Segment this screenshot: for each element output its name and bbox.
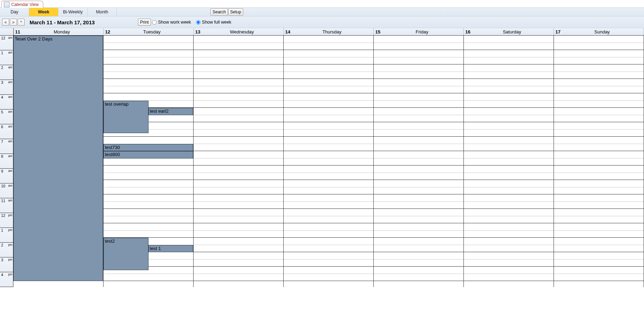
day-header[interactable]: 14Thursday <box>284 28 374 35</box>
time-slot[interactable] <box>554 231 644 238</box>
time-slot[interactable] <box>464 86 554 94</box>
time-slot[interactable] <box>103 166 193 173</box>
time-slot[interactable] <box>284 223 373 231</box>
time-slot[interactable] <box>284 86 373 94</box>
time-slot[interactable] <box>554 166 644 173</box>
calendar-event[interactable]: test 1 <box>149 245 194 253</box>
time-slot[interactable] <box>464 43 554 50</box>
time-slot[interactable] <box>194 64 283 72</box>
time-slot[interactable] <box>464 50 554 57</box>
time-slot[interactable] <box>284 79 373 86</box>
time-slot[interactable] <box>374 238 463 245</box>
time-slot[interactable] <box>103 194 193 202</box>
time-slot[interactable] <box>194 173 283 180</box>
calendar-event[interactable]: test earl2 <box>149 108 194 115</box>
time-slot[interactable] <box>194 144 283 151</box>
time-slot[interactable] <box>464 115 554 123</box>
time-slot[interactable] <box>374 202 463 209</box>
time-slot[interactable] <box>374 151 463 158</box>
time-slot[interactable] <box>194 93 283 101</box>
time-slot[interactable] <box>284 93 373 101</box>
time-slot[interactable] <box>194 267 283 274</box>
time-slot[interactable] <box>284 238 373 245</box>
time-slot[interactable] <box>554 194 644 202</box>
time-slot[interactable] <box>284 260 373 267</box>
day-header[interactable]: 15Friday <box>374 28 464 35</box>
time-slot[interactable] <box>554 130 644 137</box>
time-slot[interactable] <box>374 158 463 166</box>
time-slot[interactable] <box>284 231 373 238</box>
time-slot[interactable] <box>374 72 463 79</box>
time-slot[interactable] <box>464 252 554 260</box>
time-slot[interactable] <box>103 223 193 231</box>
time-slot[interactable] <box>374 252 463 260</box>
calendar-event[interactable]: test730 <box>103 144 193 151</box>
time-slot[interactable] <box>464 260 554 267</box>
time-slot[interactable] <box>464 267 554 274</box>
time-slot[interactable] <box>103 79 193 86</box>
time-slot[interactable] <box>554 209 644 216</box>
time-slot[interactable] <box>554 108 644 115</box>
time-slot[interactable] <box>374 115 463 123</box>
time-slot[interactable] <box>554 115 644 123</box>
time-slot[interactable] <box>554 180 644 187</box>
time-slot[interactable] <box>554 216 644 224</box>
time-slot[interactable] <box>284 144 373 151</box>
time-slot[interactable] <box>464 238 554 245</box>
time-slot[interactable] <box>554 64 644 72</box>
day-column[interactable]: Teset Over 2 Days <box>13 36 103 287</box>
time-slot[interactable] <box>284 72 373 79</box>
time-slot[interactable] <box>464 194 554 202</box>
time-slot[interactable] <box>194 108 283 115</box>
time-slot[interactable] <box>194 79 283 86</box>
view-tab-day[interactable]: Day <box>0 8 29 16</box>
time-slot[interactable] <box>464 36 554 43</box>
time-slot[interactable] <box>374 137 463 144</box>
time-slot[interactable] <box>374 64 463 72</box>
time-slot[interactable] <box>284 216 373 224</box>
day-column[interactable] <box>554 36 644 287</box>
time-slot[interactable] <box>464 158 554 166</box>
time-slot[interactable] <box>103 202 193 209</box>
view-tab-bi-weekly[interactable]: Bi-Weekly <box>58 8 88 16</box>
print-button[interactable]: Print <box>138 19 151 26</box>
time-slot[interactable] <box>284 101 373 108</box>
time-slot[interactable] <box>103 158 193 166</box>
time-slot[interactable] <box>554 274 644 281</box>
time-slot[interactable] <box>554 223 644 231</box>
time-slot[interactable] <box>374 216 463 224</box>
time-slot[interactable] <box>194 86 283 94</box>
time-slot[interactable] <box>554 72 644 79</box>
time-slot[interactable] <box>284 194 373 202</box>
time-slot[interactable] <box>284 267 373 274</box>
time-slot[interactable] <box>284 122 373 130</box>
time-slot[interactable] <box>374 187 463 195</box>
day-column[interactable]: test overlaptest earl2test730test800test… <box>103 36 194 287</box>
time-slot[interactable] <box>194 122 283 130</box>
time-slot[interactable] <box>374 194 463 202</box>
time-slot[interactable] <box>194 238 283 245</box>
time-slot[interactable] <box>464 173 554 180</box>
time-slot[interactable] <box>374 50 463 57</box>
time-slot[interactable] <box>284 252 373 260</box>
time-slot[interactable] <box>103 216 193 224</box>
time-slot[interactable] <box>194 130 283 137</box>
time-slot[interactable] <box>464 166 554 173</box>
time-slot[interactable] <box>374 101 463 108</box>
time-slot[interactable] <box>194 57 283 65</box>
time-slot[interactable] <box>103 64 193 72</box>
time-slot[interactable] <box>374 260 463 267</box>
time-slot[interactable] <box>103 36 193 43</box>
time-slot[interactable] <box>284 166 373 173</box>
time-slot[interactable] <box>374 245 463 253</box>
time-slot[interactable] <box>284 187 373 195</box>
time-slot[interactable] <box>194 158 283 166</box>
time-slot[interactable] <box>194 252 283 260</box>
time-slot[interactable] <box>284 180 373 187</box>
time-slot[interactable] <box>554 86 644 94</box>
show-work-week-radio[interactable] <box>152 20 157 25</box>
time-slot[interactable] <box>464 130 554 137</box>
day-column[interactable] <box>194 36 284 287</box>
time-slot[interactable] <box>103 173 193 180</box>
next-week-button[interactable]: > <box>10 19 17 26</box>
